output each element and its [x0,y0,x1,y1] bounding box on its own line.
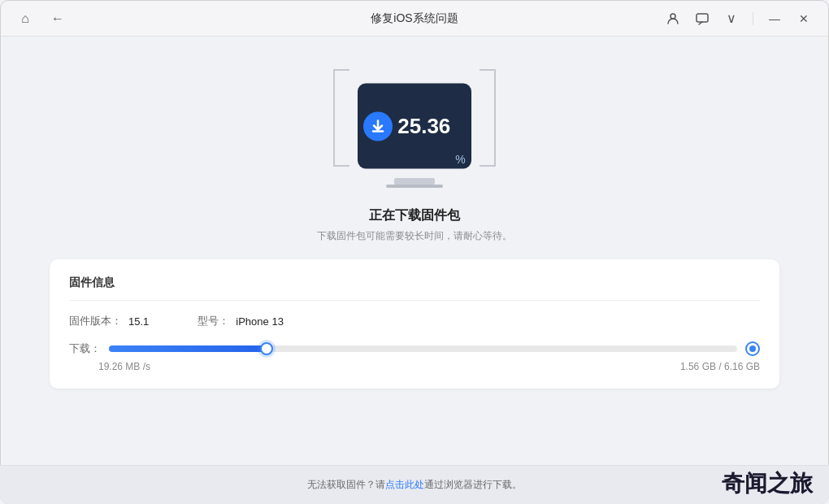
progress-bar-container [109,345,737,352]
bracket-bottom-left [333,118,349,167]
progress-dot [260,342,273,355]
home-button[interactable]: ⌂ [14,7,37,30]
monitor-graphic: 25.36 % [325,61,504,191]
model-value: iPhone 13 [236,315,284,328]
version-label: 固件版本： [69,314,122,328]
svg-point-0 [671,14,675,19]
browser-download-link[interactable]: 点击此处 [385,478,424,492]
chevron-down-icon: ∨ [727,11,736,26]
firmware-info-row: 固件版本： 15.1 型号： iPhone 13 [69,314,760,328]
progress-unit: % [455,153,465,166]
download-icon [363,111,393,141]
title-bar-left: ⌂ ← [14,7,69,30]
title-bar-right: ∨ — ✕ [662,7,815,30]
progress-percentage: 25.36 [397,114,450,139]
monitor-foot [386,185,443,188]
main-content: 25.36 % 正在下载固件包 下载固件包可能需要较长时间，请耐心等待。 固件信… [1,37,828,466]
bracket-top-right [480,69,496,118]
model-label: 型号： [197,314,229,328]
close-button[interactable]: ✕ [792,7,815,30]
separator [753,12,753,25]
minimize-button[interactable]: — [763,7,786,30]
user-icon [666,12,679,25]
back-button[interactable]: ← [46,7,69,30]
expand-button[interactable]: ∨ [720,7,743,30]
monitor-stand [394,178,435,185]
chat-icon [696,12,709,25]
download-size: 1.56 GB / 6.16 GB [680,361,760,372]
watermark: 奇闻之旅 [722,468,813,499]
status-title: 正在下载固件包 [369,207,460,224]
title-bar: ⌂ ← 修复iOS系统问题 ∨ — ✕ [1,1,828,37]
download-progress-row: 下载： [69,341,760,356]
user-button[interactable] [662,7,684,30]
footer-text-after: 通过浏览器进行下载。 [424,478,522,492]
monitor-screen: 25.36 % [358,84,471,169]
back-icon: ← [51,11,64,26]
window-title: 修复iOS系统问题 [371,11,458,26]
firmware-card: 固件信息 固件版本： 15.1 型号： iPhone 13 下载： [50,259,779,389]
bottom-bar: 无法获取固件？请 点击此处 通过浏览器进行下载。 [0,465,829,504]
progress-bar-fill [109,345,268,352]
home-icon: ⌂ [21,11,29,26]
status-subtitle: 下载固件包可能需要较长时间，请耐心等待。 [317,229,512,243]
version-field: 固件版本： 15.1 [69,314,149,328]
bracket-bottom-right [480,118,496,167]
progress-end-dot-inner [749,345,756,352]
download-speed: 19.26 MB /s [98,361,150,372]
download-label: 下载： [69,341,101,356]
version-value: 15.1 [128,315,149,328]
bracket-top-left [333,69,349,118]
card-title: 固件信息 [69,276,760,301]
model-field: 型号： iPhone 13 [197,314,284,328]
svg-rect-1 [697,14,708,22]
footer-text-before: 无法获取固件？请 [307,478,385,492]
progress-end-indicator [745,341,760,356]
progress-stats: 19.26 MB /s 1.56 GB / 6.16 GB [69,361,760,372]
chat-button[interactable] [691,7,714,30]
